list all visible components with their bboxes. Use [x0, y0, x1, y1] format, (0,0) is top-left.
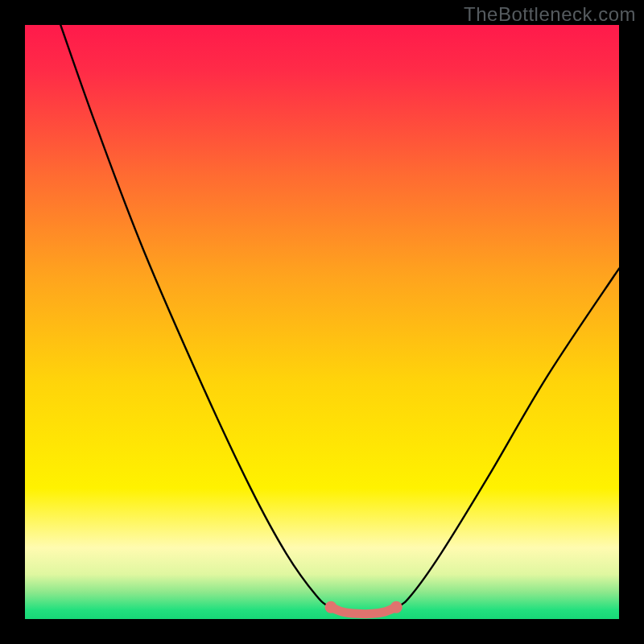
highlight-endpoint-dot: [325, 601, 337, 613]
chart-frame: TheBottleneck.com: [0, 0, 644, 644]
highlight-endpoint-dot: [390, 601, 402, 613]
plot-area: [25, 25, 619, 619]
watermark-text: TheBottleneck.com: [464, 3, 636, 26]
bottleneck-curve: [60, 25, 619, 614]
curve-layer: [25, 25, 619, 619]
highlight-band: [331, 607, 396, 613]
